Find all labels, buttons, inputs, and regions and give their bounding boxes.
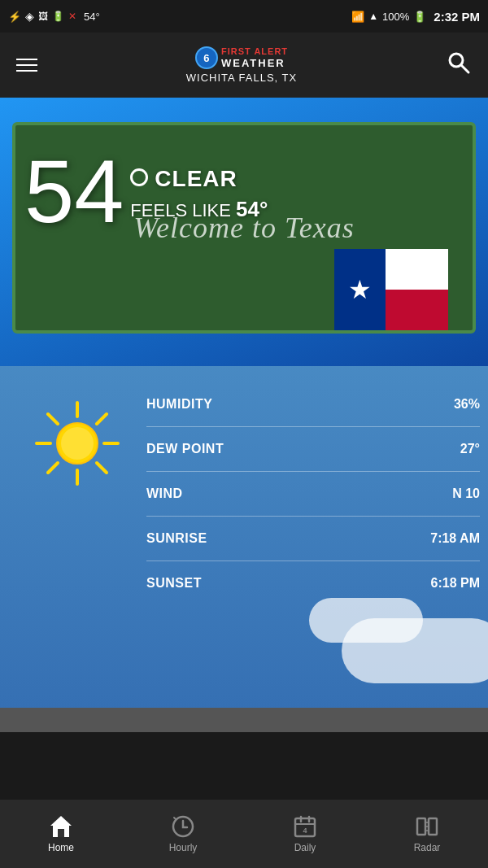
svg-rect-21 [429, 818, 437, 835]
temperature-overlay: 54 CLEAR FEELS LIKE 54° [24, 146, 268, 236]
logo-line2: WEATHER [221, 57, 288, 69]
status-icons-right: 📶 ▲ 100% 🔋 2:32 PM [351, 10, 480, 24]
nav-item-home[interactable]: Home [0, 808, 122, 860]
nav-item-radar[interactable]: Radar [366, 808, 488, 860]
feels-like-value: 54° [236, 197, 268, 221]
hamburger-line1 [16, 59, 37, 60]
flag-right-stripes [386, 249, 448, 330]
svg-line-8 [97, 414, 107, 424]
texas-flag: ★ [334, 249, 448, 330]
status-bar: ⚡ ◈ 🖼 🔋 ✕ 54° 📶 ▲ 100% 🔋 2:32 PM [0, 0, 488, 33]
search-icon [446, 50, 472, 76]
svg-point-11 [61, 427, 94, 460]
app-header: 6 FIRST ALERT WEATHER WICHITA FALLS, TX [0, 33, 488, 98]
dropbox-icon: ◈ [25, 10, 34, 23]
hamburger-line3 [16, 70, 37, 72]
weather-hero: Welcome to Texas ★ 54 CLEAR FEELS LIKE 5 [0, 98, 488, 366]
battery-full-icon: 🔋 [413, 11, 426, 23]
signal-icon: ▲ [368, 11, 378, 22]
menu-button[interactable] [16, 59, 37, 72]
status-icons-left: ⚡ ◈ 🖼 🔋 ✕ 54° [8, 10, 100, 23]
bottom-navigation: Home Hourly 4 Daily Radar [0, 800, 488, 868]
wind-value: N 10 [452, 486, 480, 501]
logo-badge: 6 FIRST ALERT WEATHER [195, 46, 288, 69]
wifi-icon: 📶 [351, 11, 364, 23]
sunset-value: 6:18 PM [431, 576, 480, 591]
radar-icon [415, 814, 439, 839]
weather-stats: HUMIDITY 36% DEW POINT 27° WIND N 10 SUN… [146, 382, 480, 691]
sunset-row: SUNSET 6:18 PM [146, 561, 480, 605]
humidity-value: 36% [454, 397, 480, 412]
sunrise-label: SUNRISE [146, 531, 207, 546]
flag-star: ★ [348, 274, 372, 305]
hamburger-line2 [16, 64, 37, 66]
flag-white-stripe [386, 249, 448, 290]
flag-blue-stripe: ★ [334, 249, 386, 330]
logo-line1: FIRST ALERT [221, 46, 288, 57]
flag-red-stripe [386, 290, 448, 330]
spacer [0, 708, 488, 732]
nav-label-hourly: Hourly [169, 842, 198, 853]
hourly-icon [171, 814, 195, 839]
city-name: WICHITA FALLS, TX [186, 72, 297, 84]
feels-like: FEELS LIKE 54° [130, 197, 268, 222]
humidity-row: HUMIDITY 36% [146, 382, 480, 427]
usb-icon: ⚡ [8, 11, 21, 23]
svg-rect-13 [58, 829, 64, 837]
image-icon: 🖼 [38, 11, 48, 22]
dew-point-label: DEW POINT [146, 442, 224, 456]
svg-rect-20 [417, 818, 425, 835]
wind-label: WIND [146, 486, 183, 501]
status-temp: 54° [84, 11, 100, 23]
svg-line-7 [97, 463, 107, 473]
svg-line-6 [48, 414, 58, 424]
nav-label-home: Home [48, 842, 74, 853]
wind-row: WIND N 10 [146, 472, 480, 517]
dew-point-value: 27° [460, 442, 480, 456]
sun-icon [33, 399, 122, 488]
humidity-label: HUMIDITY [146, 397, 212, 412]
nav-item-daily[interactable]: 4 Daily [244, 808, 366, 860]
home-icon [49, 814, 73, 839]
svg-text:4: 4 [303, 827, 307, 835]
time-display: 2:32 PM [434, 10, 480, 24]
degree-circle [130, 168, 148, 186]
temperature-value: 54 [24, 146, 124, 236]
header-logo: 6 FIRST ALERT WEATHER WICHITA FALLS, TX [37, 46, 446, 84]
logo-text-block: FIRST ALERT WEATHER [221, 46, 288, 69]
battery-percent: 100% [382, 11, 409, 23]
sun-icon-container [8, 382, 146, 691]
svg-line-9 [48, 463, 58, 473]
condition-text: CLEAR [155, 166, 237, 192]
x-icon: ✕ [68, 11, 76, 22]
dew-point-row: DEW POINT 27° [146, 427, 480, 472]
battery-icon: 🔋 [52, 11, 64, 22]
svg-line-1 [461, 65, 468, 72]
search-button[interactable] [446, 50, 472, 81]
sunrise-row: SUNRISE 7:18 AM [146, 517, 480, 561]
sunrise-value: 7:18 AM [430, 531, 480, 546]
sunset-label: SUNSET [146, 576, 202, 591]
logo-number: 6 [195, 46, 218, 69]
info-panel: HUMIDITY 36% DEW POINT 27° WIND N 10 SUN… [0, 366, 488, 708]
nav-label-daily: Daily [294, 842, 316, 853]
feels-like-label: FEELS LIKE [130, 200, 231, 220]
nav-label-radar: Radar [414, 842, 441, 853]
nav-item-hourly[interactable]: Hourly [122, 808, 244, 860]
daily-icon: 4 [293, 814, 317, 839]
